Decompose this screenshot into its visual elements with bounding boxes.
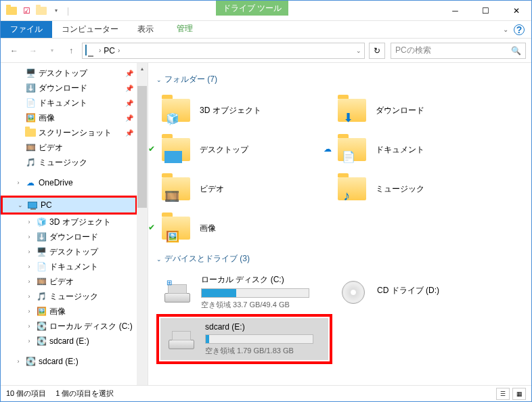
- tree-item-desktop[interactable]: ›🖥️デスクトップ: [1, 244, 137, 259]
- drive-sdcard-e[interactable]: sdcard (E:) 空き領域 1.79 GB/1.83 GB: [160, 318, 328, 360]
- folder-pictures[interactable]: ✔🖼️ 画像: [156, 208, 332, 248]
- tree-label: ドキュメント: [39, 97, 87, 109]
- drive-space: 空き領域 1.79 GB/1.83 GB: [205, 346, 324, 356]
- expand-icon[interactable]: ›: [25, 293, 33, 300]
- desktop-icon: 🖥️: [25, 68, 36, 79]
- recent-dropdown-icon[interactable]: ▾: [44, 43, 60, 59]
- address-dropdown-icon[interactable]: ⌄: [356, 47, 361, 54]
- tree-item-downloads[interactable]: ›⬇️ダウンロード: [1, 229, 137, 244]
- up-button[interactable]: ↑: [63, 43, 79, 59]
- tree-item-pictures[interactable]: ›🖼️画像: [1, 304, 137, 319]
- address-bar[interactable]: › PC › ⌄: [82, 43, 365, 59]
- properties-icon[interactable]: ☑: [21, 5, 32, 16]
- expand-icon[interactable]: ›: [25, 219, 33, 225]
- tree-item-music[interactable]: ›🎵ミュージック: [1, 289, 137, 304]
- folder-label: 3D オブジェクト: [200, 105, 261, 116]
- expand-icon[interactable]: ›: [25, 233, 33, 240]
- manage-tab[interactable]: 管理: [167, 21, 202, 38]
- view-tab[interactable]: 表示: [128, 21, 163, 38]
- maximize-button[interactable]: ☐: [470, 1, 501, 20]
- breadcrumb-pc[interactable]: PC: [104, 46, 115, 55]
- scrollbar[interactable]: ▴: [137, 63, 148, 385]
- scroll-up-icon[interactable]: ▴: [137, 63, 148, 74]
- tree-label: ミュージック: [39, 157, 87, 169]
- tree-item-drive-e[interactable]: ›💽sdcard (E:): [1, 334, 137, 349]
- expand-icon[interactable]: ›: [25, 308, 33, 315]
- title-bar: ☑ ▾ | ドライブ ツール PC ─ ☐ ✕: [1, 1, 531, 21]
- details-view-button[interactable]: ☰: [496, 388, 510, 400]
- onedrive-icon: ☁: [25, 177, 36, 188]
- folder-video[interactable]: 🎞️ ビデオ: [156, 169, 332, 208]
- back-button[interactable]: ←: [6, 43, 22, 59]
- expand-icon[interactable]: ›: [25, 248, 33, 255]
- drive-cd-d[interactable]: CD ドライブ (D:): [332, 270, 508, 314]
- folder-desktop[interactable]: ✔ デスクトップ: [156, 130, 332, 169]
- item-count: 10 個の項目: [6, 388, 46, 399]
- drive-local-c[interactable]: ⊞ ローカル ディスク (C:) 空き領域 33.7 GB/49.4 GB: [156, 270, 332, 314]
- folders-grid: 🧊 3D オブジェクト ⬇ ダウンロード ✔ デスクトップ ☁📄 ドキュメント …: [156, 91, 523, 248]
- expand-icon[interactable]: ›: [25, 263, 33, 270]
- drive-icon: 💽: [25, 356, 36, 367]
- search-icon[interactable]: 🔍: [511, 46, 521, 55]
- tree-item-documents[interactable]: ›📄ドキュメント: [1, 259, 137, 274]
- group-header-folders[interactable]: ⌄ フォルダー (7): [156, 74, 523, 85]
- qat-dropdown-icon[interactable]: ▾: [51, 5, 62, 16]
- tree-item-screenshots[interactable]: スクリーンショット📌: [1, 125, 137, 140]
- help-icon[interactable]: ?: [514, 24, 525, 35]
- navigation-bar: ← → ▾ ↑ › PC › ⌄ ↻ PCの検索 🔍: [1, 39, 531, 63]
- tree-item-video[interactable]: 🎞️ビデオ: [1, 140, 137, 155]
- tree-label: sdcard (E:): [39, 357, 79, 366]
- status-bar: 10 個の項目 1 個の項目を選択 ☰ ▦: [1, 385, 531, 401]
- refresh-button[interactable]: ↻: [369, 43, 385, 59]
- tree-label: ローカル ディスク (C:): [49, 321, 133, 332]
- cd-icon: [336, 279, 370, 306]
- tree-label: スクリーンショット: [39, 127, 112, 139]
- file-tab[interactable]: ファイル: [1, 21, 52, 38]
- expand-icon[interactable]: ›: [25, 323, 33, 330]
- group-label: フォルダー (7): [164, 74, 217, 85]
- tree-item-drive-c[interactable]: ›💽ローカル ディスク (C:): [1, 319, 137, 334]
- search-input[interactable]: PCの検索 🔍: [391, 43, 526, 59]
- music-icon: 🎵: [25, 157, 36, 168]
- tree-item-music[interactable]: 🎵ミュージック: [1, 155, 137, 170]
- tree-label: sdcard (E:): [49, 336, 89, 346]
- drive-name: CD ドライブ (D:): [377, 285, 504, 296]
- folder-label: ビデオ: [200, 183, 224, 195]
- folder-documents[interactable]: ☁📄 ドキュメント: [332, 130, 508, 169]
- minimize-button[interactable]: ─: [440, 1, 470, 20]
- scroll-thumb[interactable]: [137, 86, 147, 208]
- tree-item-pc[interactable]: ⌄PC: [3, 198, 135, 213]
- new-folder-icon[interactable]: [36, 5, 47, 16]
- contextual-tab-label: ドライブ ツール: [216, 1, 288, 16]
- chevron-right-icon[interactable]: ›: [118, 47, 120, 54]
- tiles-view-button[interactable]: ▦: [512, 388, 526, 400]
- tree-item-3d[interactable]: ›🧊3D オブジェクト: [1, 215, 137, 229]
- drive-name: ローカル ディスク (C:): [201, 274, 328, 286]
- tree-item-video[interactable]: ›🎞️ビデオ: [1, 274, 137, 289]
- tree-item-pictures[interactable]: 🖼️画像📌: [1, 110, 137, 125]
- folder-3d-objects[interactable]: 🧊 3D オブジェクト: [156, 91, 332, 130]
- tree-label: ミュージック: [49, 291, 98, 303]
- tree-label: 画像: [39, 112, 55, 124]
- folder-downloads[interactable]: ⬇ ダウンロード: [332, 91, 508, 130]
- close-button[interactable]: ✕: [501, 1, 531, 20]
- group-label: デバイスとドライブ (3): [164, 253, 250, 265]
- tree-item-desktop[interactable]: 🖥️デスクトップ📌: [1, 66, 137, 81]
- expand-icon[interactable]: ›: [14, 179, 22, 186]
- expand-icon[interactable]: ›: [25, 278, 33, 285]
- expand-icon[interactable]: ›: [25, 338, 33, 344]
- expand-ribbon-icon[interactable]: ⌄: [503, 26, 508, 33]
- chevron-right-icon[interactable]: ›: [99, 47, 101, 54]
- expand-icon[interactable]: ›: [14, 358, 22, 365]
- document-icon: 📄: [36, 261, 47, 272]
- tree-item-onedrive[interactable]: ›☁OneDrive: [1, 175, 137, 190]
- forward-button[interactable]: →: [25, 43, 41, 59]
- group-header-drives[interactable]: ⌄ デバイスとドライブ (3): [156, 253, 523, 265]
- tree-item-documents[interactable]: 📄ドキュメント📌: [1, 95, 137, 110]
- computer-tab[interactable]: コンピューター: [52, 21, 128, 38]
- tree-item-downloads[interactable]: ⬇️ダウンロード📌: [1, 81, 137, 95]
- tree-item-sdcard[interactable]: ›💽sdcard (E:): [1, 354, 137, 369]
- collapse-icon[interactable]: ⌄: [16, 202, 24, 208]
- folder-music[interactable]: ♪ ミュージック: [332, 169, 508, 208]
- search-placeholder: PCの検索: [395, 45, 431, 56]
